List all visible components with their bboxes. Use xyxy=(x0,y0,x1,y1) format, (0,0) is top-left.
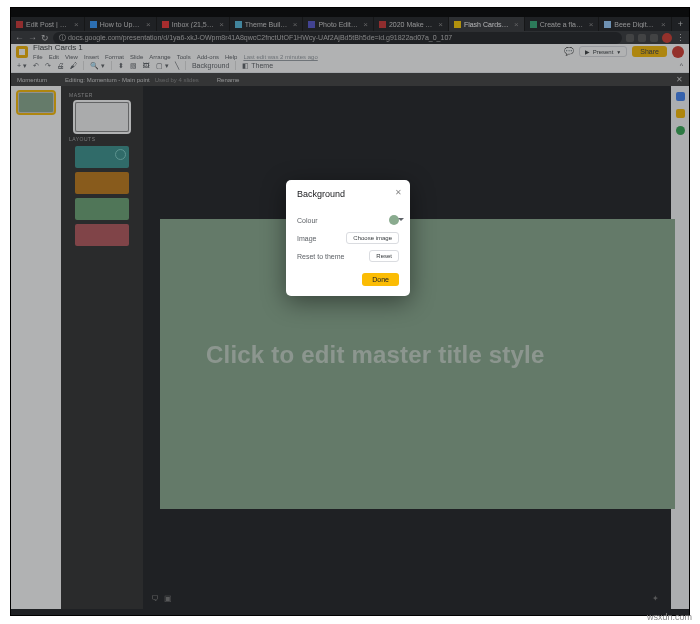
present-button[interactable]: ▶ Present ▼ xyxy=(579,46,628,57)
menu-format[interactable]: Format xyxy=(105,54,124,60)
colour-picker[interactable] xyxy=(389,215,399,225)
slide-canvas[interactable]: Click to edit master title style xyxy=(160,219,675,509)
close-tab-icon[interactable]: × xyxy=(293,20,298,29)
doc-name[interactable]: Flash Cards 1 xyxy=(33,43,318,52)
comments-icon[interactable]: 💬 xyxy=(564,47,574,56)
watermark: wsxdn.com xyxy=(647,612,692,622)
done-button[interactable]: Done xyxy=(362,273,399,286)
colour-label: Colour xyxy=(297,217,318,224)
paint-format-button[interactable]: 🖌 xyxy=(70,62,77,69)
reset-label: Reset to theme xyxy=(297,253,344,260)
browser-tab[interactable]: Edit Post | Make Te…× xyxy=(11,17,85,31)
master-layout-panel: MASTER LAYOUTS xyxy=(61,86,143,609)
close-tab-icon[interactable]: × xyxy=(74,20,79,29)
account-avatar[interactable] xyxy=(672,46,684,58)
menu-tools[interactable]: Tools xyxy=(177,54,191,60)
close-tab-icon[interactable]: × xyxy=(514,20,519,29)
extension-icon[interactable] xyxy=(650,34,658,42)
menu-slide[interactable]: Slide xyxy=(130,54,143,60)
layout-thumbnail[interactable] xyxy=(75,172,129,194)
layout-thumbnail[interactable] xyxy=(75,198,129,220)
last-edit-link[interactable]: Last edit was 2 minutes ago xyxy=(243,54,317,60)
tasks-icon[interactable] xyxy=(676,126,685,135)
explore-button[interactable]: ✦ xyxy=(652,594,659,603)
comments-toggle-button[interactable]: 🗨 xyxy=(151,594,159,603)
undo-button[interactable]: ↶ xyxy=(33,62,39,70)
play-icon: ▶ xyxy=(585,48,590,55)
image-button[interactable]: 🖼 xyxy=(143,62,150,69)
layout-thumbnail[interactable] xyxy=(75,224,129,246)
close-master-button[interactable]: ✕ xyxy=(676,75,683,84)
zoom-button[interactable]: 🔍 ▾ xyxy=(90,62,105,70)
select-tool-button[interactable]: ⬍ xyxy=(118,62,124,70)
master-thumbnail[interactable] xyxy=(75,102,129,132)
toolbar-collapse-button[interactable]: ^ xyxy=(680,62,683,69)
menu-file[interactable]: File xyxy=(33,54,43,60)
close-tab-icon[interactable]: × xyxy=(438,20,443,29)
print-button[interactable]: 🖨 xyxy=(57,62,64,69)
panel-section-layouts: LAYOUTS xyxy=(61,136,95,142)
nav-back-button[interactable]: ← xyxy=(15,33,24,43)
slides-logo-icon xyxy=(16,46,28,58)
profile-avatar[interactable] xyxy=(662,33,672,43)
shape-button[interactable]: ▢ ▾ xyxy=(156,62,169,70)
chevron-down-icon: ▼ xyxy=(616,49,621,55)
layout-thumbnail[interactable] xyxy=(75,146,129,168)
menu-help[interactable]: Help xyxy=(225,54,237,60)
share-button[interactable]: Share xyxy=(632,46,667,57)
editing-info: Editing: Momentum - Main point Used by 4… xyxy=(65,77,199,83)
line-button[interactable]: ╲ xyxy=(175,62,179,70)
browser-tab[interactable]: Inbox (21,583) - an…× xyxy=(157,17,230,31)
image-label: Image xyxy=(297,235,316,242)
address-bar[interactable]: ⓘ docs.google.com/presentation/d/1ya6-xk… xyxy=(53,32,622,44)
browser-tab[interactable]: Create a flash card …× xyxy=(525,17,600,31)
master-title-placeholder[interactable]: Click to edit master title style xyxy=(206,341,645,369)
calendar-icon[interactable] xyxy=(676,92,685,101)
menu-insert[interactable]: Insert xyxy=(84,54,99,60)
menu-add-ons[interactable]: Add-ons xyxy=(197,54,219,60)
close-tab-icon[interactable]: × xyxy=(661,20,666,29)
rename-link[interactable]: Rename xyxy=(217,77,240,83)
browser-menu-button[interactable]: ⋮ xyxy=(676,33,685,43)
menu-arrange[interactable]: Arrange xyxy=(149,54,170,60)
background-button[interactable]: Background xyxy=(192,62,229,69)
nav-forward-button[interactable]: → xyxy=(28,33,37,43)
close-tab-icon[interactable]: × xyxy=(219,20,224,29)
redo-button[interactable]: ↷ xyxy=(45,62,51,70)
browser-tab[interactable]: How to Upgrade U…× xyxy=(85,17,157,31)
close-tab-icon[interactable]: × xyxy=(363,20,368,29)
extension-icon[interactable] xyxy=(626,34,634,42)
theme-title: Momentum xyxy=(17,77,47,83)
browser-tab[interactable]: Flash Cards 1 - Goo…× xyxy=(449,17,525,31)
close-tab-icon[interactable]: × xyxy=(589,20,594,29)
textbox-button[interactable]: ▧ xyxy=(130,62,137,70)
background-dialog: Background ✕ Colour Image Choose image R… xyxy=(286,180,410,296)
extension-icon[interactable] xyxy=(638,34,646,42)
browser-tab[interactable]: Theme Builder | Be…× xyxy=(230,17,304,31)
nav-reload-button[interactable]: ↻ xyxy=(41,33,49,43)
menu-edit[interactable]: Edit xyxy=(49,54,59,60)
panel-section-master: MASTER xyxy=(61,92,93,98)
menu-view[interactable]: View xyxy=(65,54,78,60)
dialog-close-button[interactable]: ✕ xyxy=(395,188,402,197)
keep-icon[interactable] xyxy=(676,109,685,118)
notes-toggle-button[interactable]: ▣ xyxy=(164,594,172,603)
close-tab-icon[interactable]: × xyxy=(146,20,151,29)
theme-button[interactable]: ◧ Theme xyxy=(242,62,273,70)
slide-thumbnail-rail xyxy=(11,86,61,609)
new-tab-button[interactable]: + xyxy=(672,19,689,29)
reset-button[interactable]: Reset xyxy=(369,250,399,262)
choose-image-button[interactable]: Choose image xyxy=(346,232,399,244)
dialog-title: Background xyxy=(297,190,399,199)
browser-tab[interactable]: Photo Editor | Pixl…× xyxy=(303,17,373,31)
browser-tab[interactable]: Beee Digital - Web…× xyxy=(599,17,671,31)
browser-tab[interactable]: 2020 Make Tech Ea…× xyxy=(374,17,449,31)
slide-thumbnail[interactable] xyxy=(18,92,54,113)
new-slide-button[interactable]: + ▾ xyxy=(17,62,27,70)
